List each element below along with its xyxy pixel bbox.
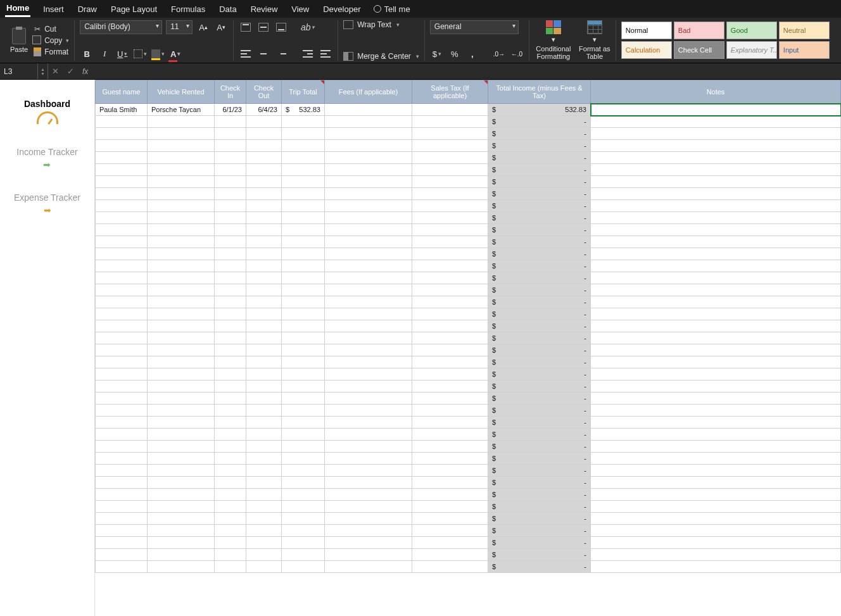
cell[interactable]: $- xyxy=(488,308,591,320)
cell-style-calculation[interactable]: Calculation xyxy=(621,41,672,59)
cell[interactable] xyxy=(282,405,325,417)
cell[interactable] xyxy=(148,380,215,393)
cell[interactable] xyxy=(215,248,246,260)
cell[interactable] xyxy=(148,176,215,188)
cell[interactable] xyxy=(282,393,325,405)
name-box-stepper[interactable]: ▲▼ xyxy=(38,63,48,79)
cell[interactable] xyxy=(96,525,148,537)
cell[interactable]: $- xyxy=(488,393,591,405)
cell[interactable] xyxy=(96,188,148,200)
cell[interactable] xyxy=(282,525,325,537)
cell[interactable] xyxy=(591,152,841,164)
cell[interactable] xyxy=(591,368,841,380)
cell[interactable] xyxy=(215,380,246,393)
ribbon-tab-view[interactable]: View xyxy=(290,2,310,16)
column-header[interactable]: Fees (If applicable) xyxy=(325,80,412,104)
cell[interactable] xyxy=(148,549,215,561)
cell[interactable]: $- xyxy=(488,405,591,417)
cell[interactable] xyxy=(148,188,215,200)
cell[interactable] xyxy=(282,116,325,128)
cell[interactable] xyxy=(591,380,841,393)
cell[interactable] xyxy=(591,248,841,260)
cell[interactable] xyxy=(96,368,148,380)
cell[interactable] xyxy=(215,465,246,477)
cell[interactable] xyxy=(325,417,412,429)
cell[interactable] xyxy=(148,405,215,417)
cell[interactable] xyxy=(591,128,841,140)
increase-font-button[interactable]: A▴ xyxy=(196,20,210,34)
increase-decimal-button[interactable]: .0→ xyxy=(492,47,506,61)
cell[interactable] xyxy=(282,465,325,477)
cell[interactable] xyxy=(282,477,325,489)
percent-button[interactable]: % xyxy=(448,47,462,61)
cell[interactable] xyxy=(325,296,412,308)
cell[interactable] xyxy=(148,320,215,332)
font-name-select[interactable]: Calibri (Body) xyxy=(80,20,162,34)
align-bottom-button[interactable] xyxy=(274,20,288,34)
cell[interactable] xyxy=(412,549,488,561)
cell[interactable] xyxy=(282,188,325,200)
cell[interactable] xyxy=(412,152,488,164)
currency-button[interactable]: $▾ xyxy=(430,47,444,61)
cell[interactable] xyxy=(246,140,282,152)
cell[interactable]: $- xyxy=(488,525,591,537)
copy-button[interactable]: Copy▾ xyxy=(33,36,69,45)
cell[interactable]: $- xyxy=(488,537,591,549)
cell[interactable] xyxy=(246,417,282,429)
cell[interactable] xyxy=(246,537,282,549)
cell[interactable] xyxy=(412,429,488,441)
cell[interactable] xyxy=(246,248,282,260)
cell[interactable] xyxy=(215,561,246,573)
cell[interactable] xyxy=(325,260,412,272)
cell[interactable] xyxy=(282,356,325,368)
cell-style-normal[interactable]: Normal xyxy=(621,22,672,39)
cell[interactable] xyxy=(215,152,246,164)
cell[interactable]: $- xyxy=(488,128,591,140)
cell[interactable] xyxy=(412,308,488,320)
cell[interactable] xyxy=(412,164,488,176)
cell[interactable] xyxy=(591,332,841,344)
cell[interactable] xyxy=(591,308,841,320)
cell[interactable] xyxy=(325,356,412,368)
conditional-formatting-button[interactable]: ▾ Conditional Formatting xyxy=(534,20,572,60)
cell[interactable] xyxy=(215,296,246,308)
cell[interactable]: $- xyxy=(488,380,591,393)
cell[interactable] xyxy=(215,489,246,501)
cell[interactable] xyxy=(246,320,282,332)
cell[interactable] xyxy=(148,501,215,513)
fx-icon[interactable]: fx xyxy=(79,67,92,76)
cell[interactable] xyxy=(215,513,246,525)
cell[interactable] xyxy=(246,465,282,477)
cell[interactable] xyxy=(148,344,215,356)
cell[interactable] xyxy=(215,212,246,224)
cell[interactable] xyxy=(246,356,282,368)
cell[interactable] xyxy=(412,368,488,380)
number-format-select[interactable]: General xyxy=(430,20,519,34)
cell[interactable]: $- xyxy=(488,260,591,272)
cell[interactable] xyxy=(96,405,148,417)
cell[interactable]: 6/1/23 xyxy=(215,104,246,116)
cell[interactable] xyxy=(215,332,246,344)
cell[interactable] xyxy=(96,356,148,368)
cell[interactable] xyxy=(591,188,841,200)
cell[interactable]: Porsche Taycan xyxy=(148,104,215,116)
cell[interactable] xyxy=(282,140,325,152)
cell[interactable] xyxy=(148,260,215,272)
cell[interactable] xyxy=(96,513,148,525)
cell[interactable] xyxy=(148,561,215,573)
paste-button[interactable]: Paste xyxy=(10,28,28,53)
cell[interactable] xyxy=(148,441,215,453)
cell[interactable] xyxy=(325,537,412,549)
font-size-select[interactable]: 11 xyxy=(166,20,193,34)
cell[interactable] xyxy=(591,272,841,284)
cell[interactable] xyxy=(148,477,215,489)
cell[interactable] xyxy=(412,489,488,501)
cell[interactable] xyxy=(246,212,282,224)
cell[interactable] xyxy=(215,320,246,332)
column-header[interactable]: Trip Total xyxy=(282,80,325,104)
cell[interactable] xyxy=(148,489,215,501)
cell[interactable] xyxy=(246,200,282,212)
cell[interactable] xyxy=(215,128,246,140)
cell[interactable] xyxy=(246,236,282,248)
cell[interactable] xyxy=(215,260,246,272)
